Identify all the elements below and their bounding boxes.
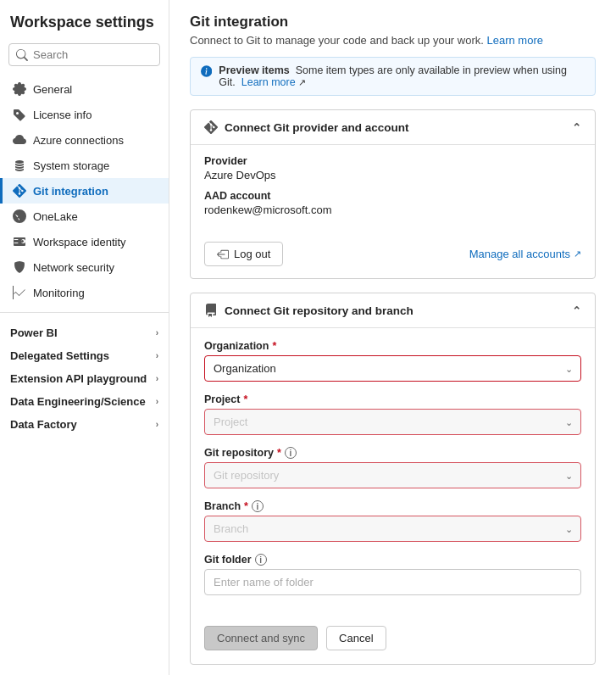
section-label-data-engineering: Data Engineering/Science: [10, 395, 146, 408]
card-header-left: Connect Git provider and account: [204, 120, 409, 134]
provider-card: Connect Git provider and account ⌃ Provi…: [190, 109, 596, 279]
cancel-button[interactable]: Cancel: [326, 626, 386, 650]
org-select[interactable]: Organization: [204, 355, 581, 382]
main-title: Git integration: [190, 14, 596, 31]
branch-select[interactable]: Branch: [204, 516, 581, 542]
provider-card-actions: Log out Manage all accounts ↗: [191, 235, 595, 278]
org-select-wrapper: Organization ⌄: [204, 355, 581, 382]
nav-label-git: Git integration: [33, 185, 108, 198]
provider-card-header: Connect Git provider and account ⌃: [191, 110, 595, 145]
sidebar-item-monitoring[interactable]: Monitoring: [0, 280, 169, 305]
chevron-delegated-icon: ›: [156, 351, 158, 360]
sidebar-item-network[interactable]: Network security: [0, 254, 169, 280]
search-input[interactable]: [33, 48, 153, 61]
collapse-repo-icon[interactable]: ⌃: [572, 304, 581, 317]
nav-label-general: General: [33, 83, 72, 96]
git-repo-label: Git repository * i: [204, 447, 581, 459]
org-label: Organization *: [204, 340, 581, 352]
project-select[interactable]: Project: [204, 409, 581, 435]
project-field: Project * Project ⌄: [204, 393, 581, 435]
nav-label-license: License info: [33, 109, 92, 121]
logout-label: Log out: [234, 248, 270, 260]
external-link-icon2: ↗: [574, 248, 581, 259]
org-required-star: *: [272, 340, 276, 352]
section-delegated[interactable]: Delegated Settings ›: [0, 343, 169, 365]
repo-card-title: Connect Git repository and branch: [225, 304, 413, 317]
branch-required-star: *: [244, 500, 248, 512]
git-repo-select-wrapper: Git repository ⌄: [204, 462, 581, 488]
provider-card-title: Connect Git provider and account: [225, 121, 409, 134]
nav-label-workspace-identity: Workspace identity: [33, 236, 126, 248]
chevron-data-engineering-icon: ›: [156, 397, 158, 406]
repo-header-left: Connect Git repository and branch: [204, 304, 413, 317]
collapse-provider-icon[interactable]: ⌃: [572, 121, 581, 134]
account-label: AAD account: [204, 190, 581, 202]
manage-accounts-link[interactable]: Manage all accounts ↗: [469, 248, 581, 260]
section-label-delegated: Delegated Settings: [10, 349, 109, 362]
id-icon: [13, 235, 26, 248]
folder-info-icon: i: [255, 554, 267, 566]
subtitle-text: Connect to Git to manage your code and b…: [190, 34, 484, 47]
chart-icon: [13, 286, 26, 299]
section-label-powerbi: Power BI: [10, 326, 58, 339]
nav-label-network: Network security: [33, 261, 114, 274]
gear-icon: [13, 82, 26, 96]
folder-field: Git folder i: [204, 554, 581, 595]
search-box[interactable]: [8, 43, 160, 66]
branch-select-wrapper: Branch ⌄: [204, 516, 581, 542]
manage-link-text: Manage all accounts: [469, 248, 570, 260]
form-actions: Connect and sync Cancel: [191, 619, 595, 664]
connect-sync-button[interactable]: Connect and sync: [204, 626, 318, 650]
git-repo-required-star: *: [277, 447, 281, 459]
sidebar-item-general[interactable]: General: [0, 76, 169, 102]
sidebar-item-git[interactable]: Git integration: [0, 178, 169, 204]
sidebar-item-azure[interactable]: Azure connections: [0, 127, 169, 153]
folder-label: Git folder i: [204, 554, 581, 566]
sidebar-item-license[interactable]: License info: [0, 102, 169, 127]
sidebar-item-workspace-identity[interactable]: Workspace identity: [0, 229, 169, 254]
section-label-data-factory: Data Factory: [10, 418, 77, 431]
section-powerbi[interactable]: Power BI ›: [0, 320, 169, 343]
branch-field: Branch * i Branch ⌄: [204, 500, 581, 542]
project-select-wrapper: Project ⌄: [204, 409, 581, 435]
banner-learn-more-link[interactable]: Learn more: [241, 76, 296, 88]
git-repo-info-icon: i: [285, 447, 297, 459]
provider-value: Azure DevOps: [204, 169, 581, 181]
banner-label: Preview items: [219, 64, 289, 76]
chevron-data-factory-icon: ›: [156, 420, 158, 429]
project-required-star: *: [243, 393, 247, 405]
main-content: Git integration Connect to Git to manage…: [169, 0, 616, 675]
git-repo-select[interactable]: Git repository: [204, 462, 581, 488]
branch-info-icon: i: [252, 500, 264, 512]
cloud-icon: [13, 133, 26, 147]
sidebar-item-onelake[interactable]: OneLake: [0, 204, 169, 229]
git-icon: [13, 184, 26, 198]
repo-card: Connect Git repository and branch ⌃ Orga…: [190, 293, 596, 665]
section-data-factory[interactable]: Data Factory ›: [0, 411, 169, 434]
folder-input[interactable]: [204, 569, 581, 595]
section-label-extension-api: Extension API playground: [10, 372, 147, 385]
sidebar-item-storage[interactable]: System storage: [0, 153, 169, 178]
page-title: Workspace settings: [0, 14, 169, 43]
sidebar: Workspace settings General License info …: [0, 0, 169, 675]
chevron-powerbi-icon: ›: [156, 328, 158, 338]
info-banner: Preview items Some item types are only a…: [190, 57, 596, 96]
git-provider-icon: [204, 120, 218, 134]
banner-text: Preview items Some item types are only a…: [219, 64, 585, 88]
main-subtitle: Connect to Git to manage your code and b…: [190, 34, 596, 47]
external-link-icon: ↗: [298, 77, 306, 87]
logout-button[interactable]: Log out: [204, 242, 283, 266]
section-data-engineering[interactable]: Data Engineering/Science ›: [0, 388, 169, 411]
nav-label-storage: System storage: [33, 159, 109, 172]
provider-card-body: Provider Azure DevOps AAD account rodenk…: [191, 145, 595, 235]
branch-label: Branch * i: [204, 500, 581, 512]
logout-icon: [217, 248, 229, 260]
database-icon: [13, 159, 26, 172]
section-extension-api[interactable]: Extension API playground ›: [0, 365, 169, 388]
repo-card-header: Connect Git repository and branch ⌃: [191, 293, 595, 328]
chevron-extension-api-icon: ›: [156, 374, 158, 383]
account-value: rodenkew@microsoft.com: [204, 204, 581, 216]
git-repo-field: Git repository * i Git repository ⌄: [204, 447, 581, 488]
learn-more-link[interactable]: Learn more: [487, 34, 543, 47]
project-label: Project *: [204, 393, 581, 405]
